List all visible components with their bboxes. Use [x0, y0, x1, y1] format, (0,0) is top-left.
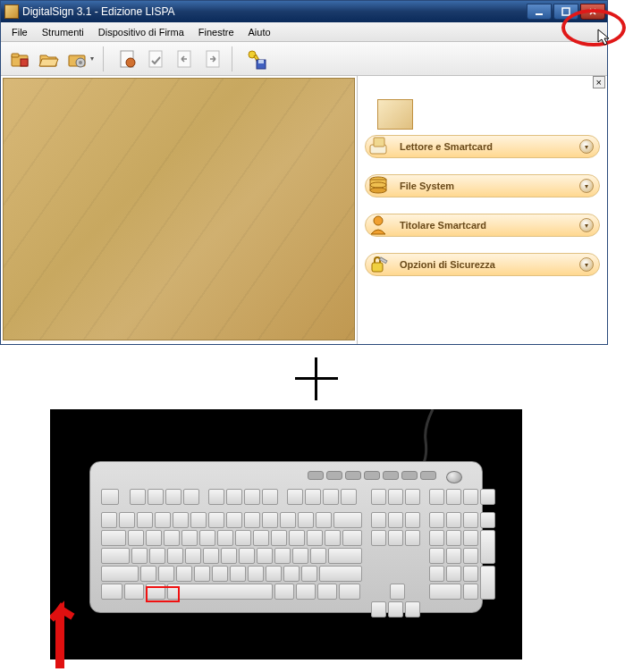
- key: [194, 566, 210, 582]
- accordion-lettore[interactable]: Lettore e Smartcard ▾: [365, 135, 600, 158]
- accordion-sicurezza[interactable]: Opzioni di Sicurezza ▾: [365, 253, 600, 276]
- key: [463, 512, 478, 528]
- key: [292, 548, 308, 564]
- key: [262, 489, 278, 505]
- key: [429, 530, 444, 546]
- key: [101, 584, 122, 600]
- key: [131, 548, 148, 564]
- key: [405, 512, 420, 528]
- close-button[interactable]: [580, 4, 605, 20]
- svg-rect-4: [21, 59, 28, 66]
- key: [248, 566, 264, 582]
- key: [463, 530, 478, 546]
- menubar: File Strumenti Dispositivo di Firma Fine…: [1, 22, 607, 42]
- key: [164, 530, 180, 546]
- key: [226, 489, 242, 505]
- document-back-icon[interactable]: [171, 46, 198, 72]
- menu-file[interactable]: File: [4, 25, 35, 39]
- key: [325, 530, 341, 546]
- svg-point-9: [126, 58, 135, 67]
- key: [167, 548, 183, 564]
- key: [310, 548, 326, 564]
- menu-dispositivo[interactable]: Dispositivo di Firma: [91, 25, 191, 39]
- key: [316, 512, 332, 528]
- key: [371, 601, 386, 617]
- key: [333, 512, 362, 528]
- key: [101, 512, 117, 528]
- media-key: [401, 471, 418, 480]
- key: [371, 489, 386, 505]
- svg-rect-1: [562, 8, 570, 15]
- key: [130, 489, 146, 505]
- document-seal-icon[interactable]: [114, 46, 140, 72]
- key: [298, 512, 314, 528]
- menu-strumenti[interactable]: Strumenti: [35, 25, 91, 39]
- svg-rect-16: [258, 60, 264, 63]
- folder-open-icon[interactable]: [35, 46, 62, 72]
- media-key: [383, 471, 399, 480]
- key: [429, 566, 444, 582]
- media-key: [364, 471, 380, 480]
- key: [307, 530, 323, 546]
- key: [296, 584, 316, 600]
- key: [305, 489, 321, 505]
- folder-locked-icon[interactable]: [6, 46, 33, 72]
- smartcard-reader-illustration: [377, 99, 413, 130]
- key: [388, 489, 403, 505]
- titlebar: DigitalSign 3.1 - Edizione LISPA: [1, 1, 607, 22]
- document-canvas[interactable]: [3, 78, 355, 340]
- plus-icon: [295, 357, 338, 400]
- key: [137, 512, 153, 528]
- key: [446, 512, 461, 528]
- key: [405, 530, 420, 546]
- key: [183, 489, 199, 505]
- key: [287, 489, 303, 505]
- minimize-button[interactable]: [527, 4, 552, 20]
- key: [124, 584, 144, 600]
- key: [146, 530, 162, 546]
- key: [342, 530, 362, 546]
- svg-rect-10: [149, 51, 162, 67]
- menu-aiuto[interactable]: Aiuto: [241, 25, 278, 39]
- key: [323, 489, 339, 505]
- key: [463, 548, 478, 564]
- window-title: DigitalSign 3.1 - Edizione LISPA: [22, 5, 525, 18]
- key: [165, 489, 181, 505]
- document-send-icon[interactable]: [199, 46, 226, 72]
- key: [221, 548, 237, 564]
- media-key: [420, 471, 436, 480]
- dropdown-icon[interactable]: ▾: [90, 55, 94, 63]
- accordion-titolare[interactable]: Titolare Smartcard ▾: [365, 214, 600, 237]
- accordion-filesystem[interactable]: File System ▾: [365, 174, 600, 197]
- key: [301, 566, 317, 582]
- key: [328, 548, 362, 564]
- keyboard-image: [50, 409, 522, 659]
- key: [388, 601, 403, 617]
- maximize-button[interactable]: [553, 4, 578, 20]
- key: [158, 566, 174, 582]
- key: [283, 566, 300, 582]
- menu-finestre[interactable]: Finestre: [191, 25, 241, 39]
- key-save-icon[interactable]: [242, 46, 269, 72]
- toolbar: ▾: [1, 42, 607, 76]
- key: [128, 530, 144, 546]
- key: [388, 530, 403, 546]
- key: [119, 512, 135, 528]
- key: [405, 489, 420, 505]
- key: [155, 512, 171, 528]
- key: [203, 548, 219, 564]
- key: [480, 512, 495, 528]
- key: [371, 512, 386, 528]
- key: [244, 489, 260, 505]
- key: [271, 530, 287, 546]
- key: [101, 489, 119, 505]
- key: [173, 512, 189, 528]
- key: [339, 584, 360, 600]
- folder-gear-icon[interactable]: [63, 46, 90, 72]
- key: [463, 489, 478, 505]
- key: [212, 566, 228, 582]
- key: [446, 489, 461, 505]
- panel-close-button[interactable]: ×: [593, 76, 605, 88]
- document-check-icon[interactable]: [142, 46, 169, 72]
- svg-point-7: [79, 61, 82, 64]
